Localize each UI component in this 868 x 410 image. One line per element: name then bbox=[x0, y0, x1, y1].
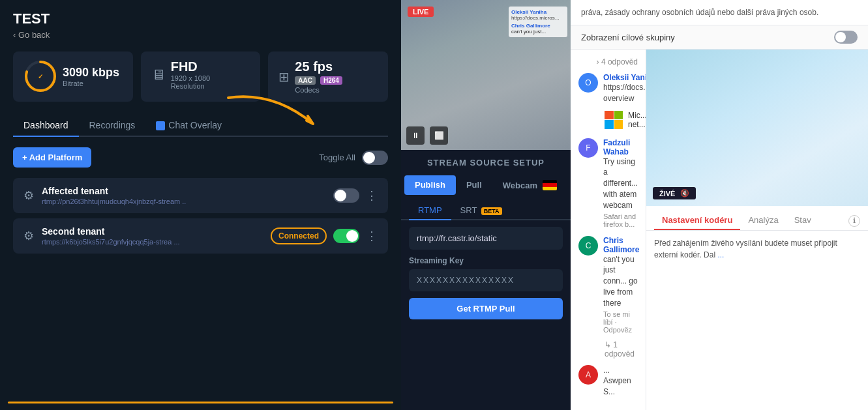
platform-item: ⚙ Affected tenant rtmp://pn26t3hhtujmudc… bbox=[13, 178, 388, 213]
platform-list: ⚙ Affected tenant rtmp://pn26t3hhtujmudc… bbox=[13, 178, 388, 254]
platform-url: rtmps://k6bjo5lks5i7u2gnfvjqcqq5ja-strea… bbox=[42, 238, 263, 246]
zobrazeni-toggle[interactable] bbox=[834, 31, 858, 44]
underline-indicator bbox=[8, 402, 393, 403]
right-video: ŽIVÉ 🔇 Nastavení kodéru Analýza Stav ℹ P… bbox=[646, 50, 868, 410]
monitor-icon: 🖥 bbox=[151, 66, 166, 83]
info-area: ℹ bbox=[848, 211, 860, 230]
chat-action: To se mi líbí · Odpověz bbox=[603, 310, 639, 334]
dots-menu[interactable]: ⋮ bbox=[366, 188, 378, 203]
middle-panel: LIVE Oleksii Yaniha https://docs.micros.… bbox=[401, 0, 571, 410]
resolution-value: FHD bbox=[171, 59, 211, 74]
live-indicator: ŽIVÉ 🔇 bbox=[653, 187, 696, 199]
streaming-key: XXXXXXXXXXXXXXX bbox=[409, 269, 563, 291]
chat-name: Chris Gallimore bbox=[603, 236, 639, 254]
list-item: F Fadzuli Wahab Try using a different...… bbox=[571, 134, 646, 232]
encoder-note: Před zahájením živého vysílání budete mu… bbox=[646, 231, 868, 267]
tab-webcam[interactable]: Webcam bbox=[492, 175, 567, 195]
beta-badge: BETA bbox=[481, 207, 502, 215]
platform-name: Second tenant bbox=[42, 226, 263, 237]
ms-logo-icon bbox=[605, 111, 623, 129]
chat-text: https://docs.micros... overview bbox=[603, 82, 646, 104]
stream-source-tabs: Publish Pull Webcam bbox=[401, 175, 571, 195]
live-badge: LIVE bbox=[408, 7, 434, 17]
tab-encoder-settings[interactable]: Nastavení kodéru bbox=[654, 211, 740, 230]
protocol-tabs: RTMP SRT BETA bbox=[401, 201, 571, 220]
platform-url: rtmp://pn26t3hhtujmudcuqh4xjnbzqf-stream… bbox=[42, 198, 325, 205]
list-item: ↳ 1 odpověd bbox=[571, 338, 646, 361]
toggle-all-switch[interactable] bbox=[362, 151, 388, 165]
tab-dashboard[interactable]: Dashboard bbox=[13, 115, 79, 137]
zobrazeni-label: Zobrazení cílové skupiny bbox=[581, 33, 675, 42]
chat-action: Safari and firefox b... bbox=[603, 212, 638, 228]
chat-name: Fadzuli Wahab bbox=[603, 138, 638, 156]
chat-text: can't you just conn... go live from ther… bbox=[603, 254, 639, 309]
chat-content: Chris Gallimore can't you just conn... g… bbox=[603, 236, 639, 334]
gear-icon[interactable]: ⚙ bbox=[23, 188, 34, 203]
pause-button[interactable]: ⏸ bbox=[406, 126, 425, 145]
stream-source-title: STREAM SOURCE SETUP bbox=[401, 150, 571, 175]
sound-icon[interactable]: 🔇 bbox=[680, 189, 689, 198]
tab-chat-overlay[interactable]: Chat Overlay bbox=[145, 115, 232, 136]
avatar: F bbox=[578, 138, 598, 158]
codecs-label: Codecs bbox=[295, 86, 344, 94]
stream-url: rtmp://fr.castr.io/static bbox=[409, 227, 563, 250]
chat-icon bbox=[156, 121, 165, 130]
avatar: C bbox=[578, 236, 598, 256]
gear-icon[interactable]: ⚙ bbox=[23, 229, 34, 243]
odpoved-count: › 4 odpověd bbox=[571, 55, 646, 69]
platform-controls: ⋮ bbox=[333, 188, 378, 203]
record-button[interactable]: ⬜ bbox=[430, 126, 448, 145]
flag-icon bbox=[543, 180, 557, 190]
proto-rtmp[interactable]: RTMP bbox=[409, 201, 451, 220]
platform-toggle[interactable] bbox=[333, 229, 359, 243]
info-icon[interactable]: ℹ bbox=[848, 215, 860, 227]
chat-content: Oleksii Yaniha https://docs.micros... ov… bbox=[603, 73, 646, 104]
video-preview: LIVE Oleksii Yaniha https://docs.micros.… bbox=[401, 0, 571, 150]
right-main: › 4 odpověd O Oleksii Yaniha https://doc… bbox=[571, 50, 868, 410]
proto-srt[interactable]: SRT BETA bbox=[451, 201, 511, 219]
tab-publish[interactable]: Publish bbox=[404, 175, 456, 195]
app-title: TEST bbox=[13, 10, 388, 27]
ms-link: Mic... net... bbox=[628, 111, 646, 129]
platform-info: Affected tenant rtmp://pn26t3hhtujmudcuq… bbox=[42, 186, 325, 205]
check-icon: ✓ bbox=[38, 73, 43, 80]
avatar: A bbox=[578, 365, 598, 385]
bitrate-value: 3090 kbps bbox=[63, 66, 119, 80]
tab-status[interactable]: Stav bbox=[786, 211, 819, 230]
bitrate-label: Bitrate bbox=[63, 80, 119, 87]
list-item: C Chris Gallimore can't you just conn...… bbox=[571, 232, 646, 338]
platform-item: ⚙ Second tenant rtmps://k6bjo5lks5i7u2gn… bbox=[13, 218, 388, 254]
add-platform-button[interactable]: + Add Platform bbox=[13, 147, 91, 168]
video-controls: ⏸ ⬜ bbox=[406, 126, 448, 145]
key-label: Streaming Key bbox=[409, 256, 563, 265]
right-top-note: práva, zásady ochrany osobních údajů neb… bbox=[571, 0, 868, 25]
platform-info: Second tenant rtmps://k6bjo5lks5i7u2gnfv… bbox=[42, 226, 263, 246]
main-tabs: Dashboard Recordings Chat Overlay bbox=[13, 115, 388, 137]
platform-name: Affected tenant bbox=[42, 186, 325, 196]
encoder-note-link[interactable]: ... bbox=[717, 250, 724, 259]
connected-badge: Connected bbox=[271, 227, 327, 244]
video-player: ŽIVÉ 🔇 bbox=[646, 50, 868, 206]
right-panel: práva, zásady ochrany osobních údajů neb… bbox=[571, 0, 868, 410]
tab-pull[interactable]: Pull bbox=[456, 175, 492, 195]
resolution-sub: 1920 x 1080 bbox=[171, 74, 211, 82]
platform-toggle[interactable] bbox=[333, 188, 359, 203]
grid-icon: ⊞ bbox=[278, 69, 290, 85]
chat-name: Oleksii Yaniha bbox=[603, 73, 646, 82]
encoder-tabs: Nastavení kodéru Analýza Stav ℹ bbox=[646, 206, 868, 231]
video-background bbox=[646, 50, 868, 206]
platform-controls: Connected ⋮ bbox=[271, 227, 378, 244]
get-rtmp-pull-button[interactable]: Get RTMP Pull bbox=[409, 298, 563, 319]
chat-content: ... Aswpen S... bbox=[603, 365, 638, 398]
tab-analysis[interactable]: Analýza bbox=[740, 211, 786, 230]
go-back-link[interactable]: ‹ Go back bbox=[13, 30, 388, 40]
dots-menu[interactable]: ⋮ bbox=[366, 229, 378, 243]
toggle-all-label: Toggle All bbox=[319, 153, 355, 162]
chat-content: Fadzuli Wahab Try using a different... w… bbox=[603, 138, 638, 228]
avatar: O bbox=[578, 73, 598, 93]
chat-text: Try using a different... with atem webca… bbox=[603, 156, 638, 211]
right-chat: › 4 odpověd O Oleksii Yaniha https://doc… bbox=[571, 50, 646, 410]
tab-recordings[interactable]: Recordings bbox=[79, 115, 146, 136]
list-item: O Oleksii Yaniha https://docs.micros... … bbox=[571, 69, 646, 108]
resolution-label: Resolution bbox=[171, 82, 211, 90]
